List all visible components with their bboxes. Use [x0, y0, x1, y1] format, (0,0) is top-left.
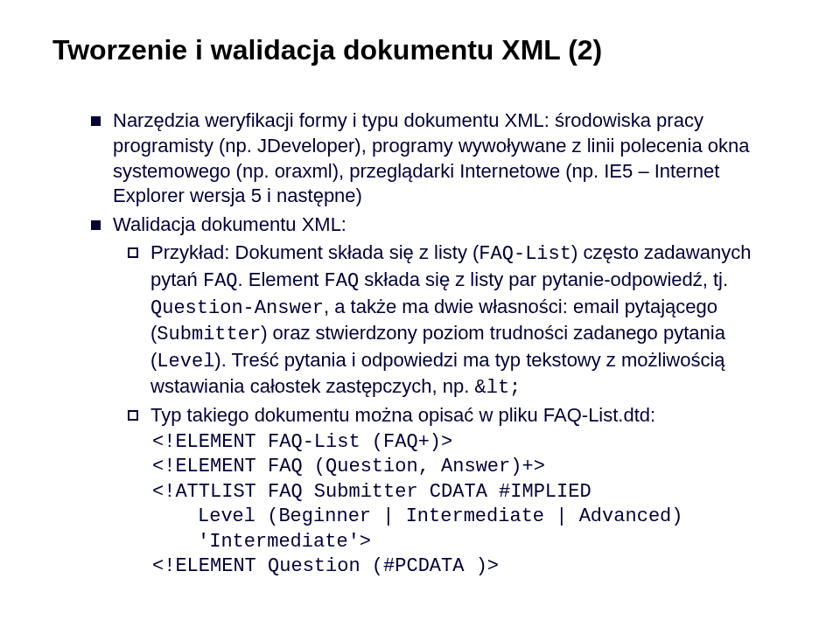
bullet-1-text: Narzędzia weryfikacji formy i typu dokum… [113, 108, 788, 208]
sub-bullets: Przykład: Dokument składa się z listy (F… [91, 240, 788, 580]
code-block: <!ELEMENT FAQ-List (FAQ+)> <!ELEMENT FAQ… [128, 430, 788, 581]
empty-square-icon [128, 247, 138, 258]
code-span: Question-Answer [150, 297, 324, 319]
bullet-square-icon [91, 116, 101, 126]
sub-1-text: Przykład: Dokument składa się z listy (F… [150, 240, 788, 401]
bullet-square-icon [91, 220, 101, 230]
code-line-3: <!ATTLIST FAQ Submitter CDATA #IMPLIED [152, 480, 788, 505]
slide-title: Tworzenie i walidacja dokumentu XML (2) [52, 33, 788, 66]
sub-2: Typ takiego dokumentu można opisać w pli… [128, 403, 788, 428]
bullet-2-text: Walidacja dokumentu XML: [113, 212, 346, 238]
sub-2-text: Typ takiego dokumentu można opisać w pli… [150, 403, 655, 428]
slide-content: Narzędzia weryfikacji formy i typu dokum… [52, 108, 788, 580]
code-line-5: 'Intermediate'> [152, 530, 788, 555]
code-span: FAQ [203, 270, 238, 292]
t: . Element [238, 268, 325, 290]
t: ). Treść pytania i odpowiedzi ma typ tek… [150, 349, 725, 398]
code-line-2: <!ELEMENT FAQ (Question, Answer)+> [152, 455, 788, 480]
code-span: Level [157, 351, 214, 373]
bullet-1: Narzędzia weryfikacji formy i typu dokum… [91, 108, 788, 208]
code-span: Submitter [157, 324, 261, 345]
t: składa się z listy par pytanie-odpowiedź… [359, 268, 728, 290]
code-line-6: <!ELEMENT Question (#PCDATA )> [152, 554, 788, 580]
code-span: &lt; [475, 377, 522, 399]
code-line-4: Level (Beginner | Intermediate | Advance… [152, 505, 788, 530]
sub-1: Przykład: Dokument składa się z listy (F… [128, 240, 788, 401]
bullet-2: Walidacja dokumentu XML: [91, 212, 788, 238]
code-span: FAQ [325, 270, 360, 292]
code-span: FAQ-List [479, 243, 571, 265]
empty-square-icon [128, 410, 138, 421]
code-line-1: <!ELEMENT FAQ-List (FAQ+)> [152, 430, 788, 456]
t: Przykład: Dokument składa się z listy ( [150, 241, 479, 263]
